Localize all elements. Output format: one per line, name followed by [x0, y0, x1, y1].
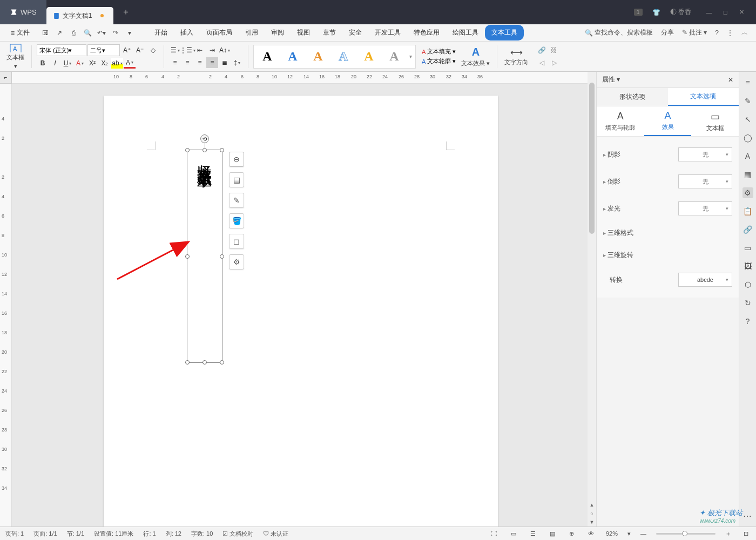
link-textbox-button[interactable]: 🔗 — [536, 45, 548, 56]
line-spacing-button[interactable]: ‡ — [231, 57, 243, 68]
numbering-button[interactable]: ⋮☰ — [181, 45, 193, 56]
wordart-gallery[interactable]: A A A A A A ▾ — [253, 45, 416, 69]
status-spellcheck[interactable]: ☑ 文档校对 — [222, 530, 253, 538]
tab-start[interactable]: 开始 — [148, 25, 174, 40]
text-direction-button[interactable]: ⟷ 文字方向 — [502, 44, 530, 70]
status-position[interactable]: 设置值: 11厘米 — [94, 530, 133, 538]
scroll-up-icon[interactable]: ▲ — [588, 501, 596, 509]
view-fullscreen-button[interactable]: ⛶ — [489, 529, 499, 538]
shrink-font-button[interactable]: A⁻ — [134, 45, 146, 56]
break-link-button[interactable]: ⛓ — [548, 45, 560, 56]
side-select-icon[interactable]: ↖ — [742, 114, 753, 125]
side-page-icon[interactable]: ▭ — [742, 242, 753, 253]
vertical-ruler[interactable]: 4 2 2 4 6 8 10 12 14 16 18 20 22 24 26 2… — [0, 84, 12, 526]
tab-view[interactable]: 视图 — [291, 25, 316, 40]
view-web-button[interactable]: ▤ — [548, 529, 557, 538]
side-table-icon[interactable]: ▦ — [742, 169, 753, 180]
bold-button[interactable]: B — [37, 58, 49, 69]
align-right-button[interactable]: ≡ — [194, 57, 206, 68]
export-button[interactable]: ↗ — [53, 27, 65, 39]
wordart-style-4[interactable]: A — [332, 47, 355, 66]
panel-close-button[interactable]: ✕ — [728, 76, 733, 84]
side-link-icon[interactable]: 🔗 — [742, 224, 753, 235]
resize-handle[interactable] — [202, 148, 207, 152]
tab-insert[interactable]: 插入 — [174, 25, 200, 40]
float-outline-button[interactable]: ✎ — [229, 193, 244, 208]
redo-button[interactable]: ↷ — [110, 27, 122, 39]
rotate-handle[interactable]: ⟲ — [200, 134, 209, 143]
side-history-icon[interactable]: ↻ — [742, 298, 753, 308]
italic-button[interactable]: I — [49, 58, 61, 69]
document-canvas[interactable]: ⟲ 竖排文字怎么居中显示 ⊖ ▤ ✎ 🪣 ◻ ⚙ — [12, 84, 588, 526]
wordart-style-2[interactable]: A — [281, 47, 305, 66]
scroll-down-icon[interactable]: ▼ — [588, 518, 596, 526]
wordart-style-6[interactable]: A — [382, 47, 406, 66]
align-left-button[interactable]: ≡ — [169, 57, 181, 68]
float-fill-button[interactable]: 🪣 — [229, 213, 244, 228]
subtab-fill-outline[interactable]: A 填充与轮廓 — [597, 106, 644, 136]
zoom-fit-button[interactable]: ⊡ — [741, 529, 751, 538]
close-button[interactable]: ✕ — [733, 6, 750, 18]
distribute-button[interactable]: ≣ — [219, 57, 231, 68]
side-style-icon[interactable]: ✎ — [742, 96, 753, 106]
zoom-out-button[interactable]: — — [640, 530, 646, 537]
new-tab-button[interactable]: ＋ — [113, 6, 138, 18]
tab-security[interactable]: 安全 — [342, 25, 368, 40]
status-page[interactable]: 页面: 1/1 — [33, 530, 57, 538]
font-color-button[interactable]: A — [124, 58, 136, 69]
wordart-style-5[interactable]: A — [357, 47, 381, 66]
side-shape-icon[interactable]: ◯ — [742, 132, 753, 143]
zoom-value[interactable]: 92% — [606, 530, 618, 537]
save-button[interactable]: 🖫 — [39, 27, 51, 39]
zoom-in-button[interactable]: ＋ — [725, 530, 731, 538]
wordart-style-3[interactable]: A — [306, 47, 330, 66]
char-scale-button[interactable]: A↕ — [219, 45, 231, 56]
view-outline-button[interactable]: ☰ — [528, 529, 538, 538]
float-layout-button[interactable]: ▤ — [229, 172, 244, 187]
resize-handle[interactable] — [202, 360, 207, 364]
prev-textbox-button[interactable]: ◁ — [536, 57, 548, 68]
share-button[interactable]: 分享 — [661, 28, 674, 37]
vertical-scrollbar[interactable]: ▲ ○ ▼ — [588, 72, 596, 526]
align-justify-button[interactable]: ≡ — [206, 57, 218, 68]
scrollbar-thumb[interactable] — [589, 83, 595, 234]
clear-format-button[interactable]: ◇ — [147, 45, 159, 56]
minimize-button[interactable]: — — [701, 6, 717, 18]
row-reflection[interactable]: 倒影 无 — [603, 168, 732, 195]
reflection-select[interactable]: 无 — [678, 174, 732, 188]
view-reading-button[interactable]: ⊕ — [567, 529, 577, 538]
user-avatar[interactable]: ◐ 香香 — [670, 8, 691, 17]
highlight-button[interactable]: ab — [111, 58, 123, 69]
side-clipboard-icon[interactable]: 📋 — [742, 206, 753, 217]
side-more-icon[interactable]: ⋯ — [743, 511, 753, 521]
tab-text-tools[interactable]: 文本工具 — [485, 25, 524, 40]
row-shadow[interactable]: 阴影 无 — [603, 141, 732, 168]
status-col[interactable]: 列: 12 — [166, 530, 181, 538]
tab-drawing[interactable]: 绘图工具 — [446, 25, 485, 40]
float-more-button[interactable]: ⚙ — [229, 254, 244, 269]
status-row[interactable]: 行: 1 — [143, 530, 156, 538]
glow-select[interactable]: 无 — [678, 201, 732, 215]
underline-button[interactable]: U — [62, 58, 73, 69]
horizontal-ruler[interactable]: 10 8 6 4 2 2 4 6 8 10 12 14 16 18 20 22 … — [12, 72, 588, 84]
more-button[interactable]: ⋮ — [727, 29, 733, 37]
subscript-button[interactable]: X₂ — [99, 58, 111, 69]
help-button[interactable]: ? — [715, 29, 719, 37]
resize-handle[interactable] — [185, 360, 190, 364]
strike-button[interactable]: A — [74, 58, 86, 69]
side-settings-icon[interactable]: ⚙ — [742, 187, 753, 198]
view-eye-button[interactable]: 👁 — [586, 529, 596, 538]
superscript-button[interactable]: X² — [86, 58, 98, 69]
font-name-select[interactable]: 宋体 (正文) ▾ — [37, 44, 86, 56]
panel-tab-text[interactable]: 文本选项 — [668, 88, 739, 106]
side-limit-icon[interactable]: A — [742, 151, 753, 161]
decrease-indent-button[interactable]: ⇤ — [194, 45, 206, 56]
text-outline-button[interactable]: A 文本轮廓 ▾ — [422, 57, 456, 65]
shadow-select[interactable]: 无 — [678, 147, 732, 161]
annotate-button[interactable]: ✎ 批注 ▾ — [682, 28, 707, 37]
tab-references[interactable]: 引用 — [239, 25, 265, 40]
app-logo[interactable]: WPS — [0, 0, 46, 24]
undo-button[interactable]: ↶▾ — [96, 27, 107, 39]
zoom-slider[interactable] — [656, 533, 716, 535]
subtab-textbox[interactable]: ▭ 文本框 — [691, 106, 739, 136]
